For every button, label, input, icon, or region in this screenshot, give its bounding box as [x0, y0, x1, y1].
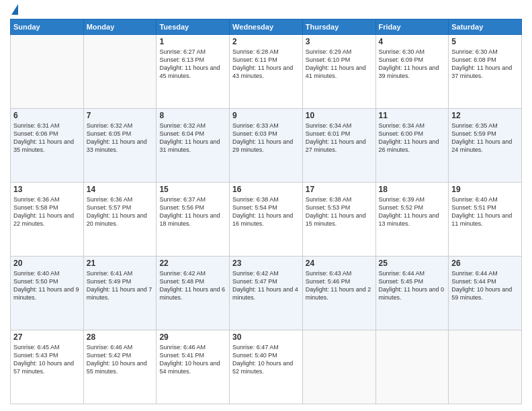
day-number: 4	[379, 37, 446, 46]
day-info: Sunrise: 6:45 AM Sunset: 5:43 PM Dayligh…	[13, 343, 81, 376]
day-info: Sunrise: 6:42 AM Sunset: 5:47 PM Dayligh…	[232, 269, 300, 302]
logo	[10, 7, 18, 15]
calendar-cell: 29Sunrise: 6:46 AM Sunset: 5:41 PM Dayli…	[157, 330, 230, 404]
calendar-cell: 28Sunrise: 6:46 AM Sunset: 5:42 PM Dayli…	[83, 330, 157, 404]
day-number: 23	[232, 259, 300, 268]
day-info: Sunrise: 6:36 AM Sunset: 5:57 PM Dayligh…	[87, 195, 154, 228]
calendar-cell: 30Sunrise: 6:47 AM Sunset: 5:40 PM Dayli…	[230, 330, 303, 404]
day-number: 26	[451, 259, 519, 268]
calendar-cell: 9Sunrise: 6:33 AM Sunset: 6:03 PM Daylig…	[230, 109, 303, 183]
calendar-cell: 12Sunrise: 6:35 AM Sunset: 5:59 PM Dayli…	[449, 109, 522, 183]
calendar-cell: 13Sunrise: 6:36 AM Sunset: 5:58 PM Dayli…	[11, 183, 84, 257]
calendar-table: SundayMondayTuesdayWednesdayThursdayFrid…	[10, 19, 522, 404]
day-number: 20	[13, 259, 81, 268]
calendar-cell: 5Sunrise: 6:30 AM Sunset: 6:08 PM Daylig…	[449, 35, 522, 109]
day-info: Sunrise: 6:34 AM Sunset: 6:00 PM Dayligh…	[379, 122, 446, 154]
day-number: 6	[13, 111, 81, 120]
calendar-cell: 26Sunrise: 6:44 AM Sunset: 5:44 PM Dayli…	[449, 257, 522, 330]
day-number: 1	[159, 37, 226, 46]
calendar-cell: 14Sunrise: 6:36 AM Sunset: 5:57 PM Dayli…	[83, 183, 157, 257]
day-info: Sunrise: 6:39 AM Sunset: 5:52 PM Dayligh…	[379, 195, 446, 228]
day-number: 21	[87, 259, 154, 268]
day-number: 27	[13, 332, 81, 342]
day-info: Sunrise: 6:38 AM Sunset: 5:53 PM Dayligh…	[306, 195, 373, 228]
day-number: 10	[306, 111, 373, 120]
day-number: 5	[451, 37, 519, 46]
day-number: 29	[159, 332, 226, 342]
calendar-cell: 6Sunrise: 6:31 AM Sunset: 6:06 PM Daylig…	[11, 109, 84, 183]
calendar-cell	[83, 35, 157, 109]
day-of-week-header: Sunday	[11, 19, 84, 35]
calendar-cell	[449, 330, 522, 404]
calendar-cell	[375, 330, 449, 404]
day-info: Sunrise: 6:40 AM Sunset: 5:50 PM Dayligh…	[13, 269, 81, 302]
calendar-cell: 24Sunrise: 6:43 AM Sunset: 5:46 PM Dayli…	[302, 257, 375, 330]
day-number: 19	[451, 185, 519, 194]
day-info: Sunrise: 6:31 AM Sunset: 6:06 PM Dayligh…	[13, 122, 81, 154]
day-info: Sunrise: 6:46 AM Sunset: 5:41 PM Dayligh…	[159, 343, 226, 376]
day-of-week-header: Thursday	[302, 19, 375, 35]
day-number: 11	[379, 111, 446, 120]
day-info: Sunrise: 6:46 AM Sunset: 5:42 PM Dayligh…	[87, 343, 154, 376]
day-of-week-header: Friday	[375, 19, 449, 35]
day-info: Sunrise: 6:32 AM Sunset: 6:04 PM Dayligh…	[159, 122, 226, 154]
day-info: Sunrise: 6:35 AM Sunset: 5:59 PM Dayligh…	[451, 122, 519, 154]
day-number: 18	[379, 185, 446, 194]
day-number: 15	[159, 185, 226, 194]
calendar-cell: 3Sunrise: 6:29 AM Sunset: 6:10 PM Daylig…	[302, 35, 375, 109]
calendar-header-row: SundayMondayTuesdayWednesdayThursdayFrid…	[11, 19, 522, 35]
calendar-cell: 8Sunrise: 6:32 AM Sunset: 6:04 PM Daylig…	[157, 109, 230, 183]
calendar-week-row: 20Sunrise: 6:40 AM Sunset: 5:50 PM Dayli…	[11, 257, 522, 330]
day-info: Sunrise: 6:32 AM Sunset: 6:05 PM Dayligh…	[87, 122, 154, 154]
calendar-week-row: 1Sunrise: 6:27 AM Sunset: 6:13 PM Daylig…	[11, 35, 522, 109]
calendar-cell	[302, 330, 375, 404]
day-number: 2	[232, 37, 300, 46]
day-number: 7	[87, 111, 154, 120]
calendar-cell: 10Sunrise: 6:34 AM Sunset: 6:01 PM Dayli…	[302, 109, 375, 183]
day-info: Sunrise: 6:28 AM Sunset: 6:11 PM Dayligh…	[232, 48, 300, 81]
day-number: 24	[306, 259, 373, 268]
day-info: Sunrise: 6:34 AM Sunset: 6:01 PM Dayligh…	[306, 122, 373, 154]
calendar-week-row: 6Sunrise: 6:31 AM Sunset: 6:06 PM Daylig…	[11, 109, 522, 183]
calendar-cell: 1Sunrise: 6:27 AM Sunset: 6:13 PM Daylig…	[157, 35, 230, 109]
day-info: Sunrise: 6:30 AM Sunset: 6:09 PM Dayligh…	[379, 48, 446, 81]
calendar-cell: 18Sunrise: 6:39 AM Sunset: 5:52 PM Dayli…	[375, 183, 449, 257]
day-of-week-header: Saturday	[449, 19, 522, 35]
logo-triangle-icon	[11, 4, 18, 15]
day-info: Sunrise: 6:41 AM Sunset: 5:49 PM Dayligh…	[87, 269, 154, 302]
day-number: 3	[306, 37, 373, 46]
logo-text	[10, 7, 18, 15]
day-number: 16	[232, 185, 300, 194]
day-info: Sunrise: 6:37 AM Sunset: 5:56 PM Dayligh…	[159, 195, 226, 228]
day-number: 12	[451, 111, 519, 120]
calendar-cell: 4Sunrise: 6:30 AM Sunset: 6:09 PM Daylig…	[375, 35, 449, 109]
calendar-cell: 20Sunrise: 6:40 AM Sunset: 5:50 PM Dayli…	[11, 257, 84, 330]
day-info: Sunrise: 6:43 AM Sunset: 5:46 PM Dayligh…	[306, 269, 373, 302]
day-number: 14	[87, 185, 154, 194]
calendar-cell: 11Sunrise: 6:34 AM Sunset: 6:00 PM Dayli…	[375, 109, 449, 183]
calendar-week-row: 13Sunrise: 6:36 AM Sunset: 5:58 PM Dayli…	[11, 183, 522, 257]
day-number: 25	[379, 259, 446, 268]
day-info: Sunrise: 6:29 AM Sunset: 6:10 PM Dayligh…	[306, 48, 373, 81]
day-info: Sunrise: 6:40 AM Sunset: 5:51 PM Dayligh…	[451, 195, 519, 228]
day-number: 22	[159, 259, 226, 268]
calendar-cell: 19Sunrise: 6:40 AM Sunset: 5:51 PM Dayli…	[449, 183, 522, 257]
day-info: Sunrise: 6:27 AM Sunset: 6:13 PM Dayligh…	[159, 48, 226, 81]
calendar-cell: 16Sunrise: 6:38 AM Sunset: 5:54 PM Dayli…	[230, 183, 303, 257]
day-number: 28	[87, 332, 154, 342]
day-info: Sunrise: 6:44 AM Sunset: 5:45 PM Dayligh…	[379, 269, 446, 302]
calendar-cell	[11, 35, 84, 109]
calendar-cell: 7Sunrise: 6:32 AM Sunset: 6:05 PM Daylig…	[83, 109, 157, 183]
calendar-cell: 17Sunrise: 6:38 AM Sunset: 5:53 PM Dayli…	[302, 183, 375, 257]
calendar-cell: 21Sunrise: 6:41 AM Sunset: 5:49 PM Dayli…	[83, 257, 157, 330]
day-number: 17	[306, 185, 373, 194]
header	[10, 7, 522, 15]
day-info: Sunrise: 6:42 AM Sunset: 5:48 PM Dayligh…	[159, 269, 226, 302]
calendar-cell: 25Sunrise: 6:44 AM Sunset: 5:45 PM Dayli…	[375, 257, 449, 330]
day-info: Sunrise: 6:38 AM Sunset: 5:54 PM Dayligh…	[232, 195, 300, 228]
day-info: Sunrise: 6:33 AM Sunset: 6:03 PM Dayligh…	[232, 122, 300, 154]
day-of-week-header: Tuesday	[157, 19, 230, 35]
day-info: Sunrise: 6:30 AM Sunset: 6:08 PM Dayligh…	[451, 48, 519, 81]
day-number: 8	[159, 111, 226, 120]
calendar-cell: 27Sunrise: 6:45 AM Sunset: 5:43 PM Dayli…	[11, 330, 84, 404]
